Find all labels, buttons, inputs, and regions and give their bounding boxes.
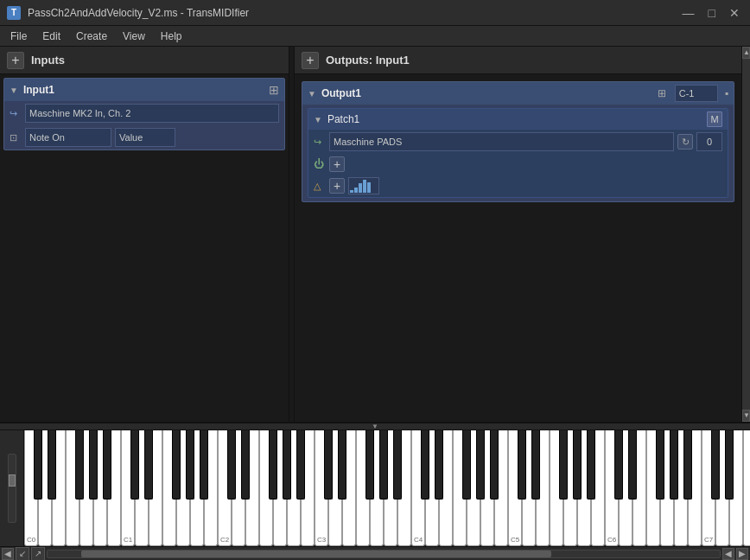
- black-key-oct0-3[interactable]: [48, 430, 56, 500]
- scroll-left-arrow[interactable]: ◀: [2, 548, 14, 560]
- black-key-oct2-1[interactable]: [227, 430, 236, 500]
- midi-device-select[interactable]: Maschine MK2 In, Ch. 2: [25, 104, 279, 123]
- patch1-collapse-arrow[interactable]: ▼: [314, 115, 322, 124]
- black-key-oct0-1[interactable]: [34, 430, 42, 500]
- input1-block: ▼ Input1 ⊞ ↪ Maschine MK2 In, Ch. 2 ⊡ No…: [3, 78, 285, 150]
- transport-btn-1[interactable]: ↙: [16, 547, 29, 561]
- scroll-right-controls: ◀ ▶: [722, 548, 748, 560]
- black-key-oct3-3[interactable]: [338, 430, 346, 500]
- black-key-oct4-1[interactable]: [421, 430, 429, 500]
- black-key-oct0-6[interactable]: [75, 430, 84, 500]
- black-key-oct3-6[interactable]: [365, 430, 374, 500]
- patch1-block: ▼ Patch1 M ↪ Maschine PADS Maschine MK2 …: [308, 108, 728, 198]
- black-key-oct0-8[interactable]: [89, 430, 98, 500]
- add-input-button[interactable]: +: [7, 52, 24, 69]
- pitch-slider[interactable]: [8, 454, 16, 523]
- black-key-oct6-3[interactable]: [628, 430, 637, 500]
- black-key-oct3-8[interactable]: [379, 430, 388, 500]
- menu-file[interactable]: File: [3, 29, 34, 44]
- piano-container: C0C1C2C3C4C5C6C7: [0, 430, 750, 546]
- scroll-right-arrow2[interactable]: ▶: [736, 548, 748, 560]
- black-key-oct4-8[interactable]: [476, 430, 485, 500]
- black-key-oct3-1[interactable]: [324, 430, 333, 500]
- black-key-oct7-1[interactable]: [711, 430, 720, 500]
- chart-bar-1: [350, 190, 353, 193]
- black-key-oct6-6[interactable]: [656, 430, 664, 500]
- black-key-oct2-10[interactable]: [296, 430, 305, 500]
- close-button[interactable]: ✕: [726, 7, 743, 19]
- black-key-oct1-6[interactable]: [172, 430, 181, 500]
- output1-header: ▼ Output1 ⊞ C-1 C0 C1 ▪: [302, 82, 734, 105]
- black-key-oct1-10[interactable]: [200, 430, 208, 500]
- output1-title: Output1: [321, 87, 484, 99]
- black-key-oct5-1[interactable]: [518, 430, 526, 500]
- black-key-oct5-6[interactable]: [559, 430, 568, 500]
- octave-6: C6: [605, 430, 702, 546]
- input1-filter-row: ⊡ Note On Note Off CC Pitch Bend Value V…: [4, 125, 284, 150]
- chart-bar-4: [363, 180, 366, 193]
- menu-view[interactable]: View: [116, 29, 152, 44]
- black-key-oct4-3[interactable]: [435, 430, 443, 500]
- note-on-filter-select[interactable]: Note On Note Off CC Pitch Bend: [25, 128, 111, 147]
- minimize-button[interactable]: —: [679, 7, 698, 19]
- black-key-oct3-10[interactable]: [393, 430, 402, 500]
- output1-collapse-arrow[interactable]: ▼: [308, 89, 316, 99]
- refresh-button[interactable]: ↻: [677, 134, 693, 150]
- outputs-header: + Outputs: Input1: [295, 47, 741, 74]
- black-key-oct2-3[interactable]: [241, 430, 250, 500]
- black-key-oct0-10[interactable]: [103, 430, 111, 500]
- add-mapping-button[interactable]: +: [329, 156, 345, 172]
- mini-chart[interactable]: [348, 177, 379, 194]
- octave-0: C0: [24, 430, 121, 546]
- output1-extra-icon: ▪: [725, 87, 728, 99]
- output-device-icon: ↪: [314, 137, 326, 148]
- black-key-oct6-8[interactable]: [670, 430, 678, 500]
- value-input[interactable]: [696, 132, 722, 151]
- black-key-oct4-10[interactable]: [490, 430, 499, 500]
- input1-device-row: ↪ Maschine MK2 In, Ch. 2: [4, 101, 284, 125]
- menu-edit[interactable]: Edit: [35, 29, 67, 44]
- menu-create[interactable]: Create: [69, 29, 114, 44]
- menu-bar: File Edit Create View Help: [0, 26, 750, 47]
- black-key-oct5-10[interactable]: [587, 430, 595, 500]
- black-key-oct1-8[interactable]: [186, 430, 194, 500]
- octave-1: C1: [121, 430, 218, 546]
- input1-collapse-arrow[interactable]: ▼: [10, 86, 18, 95]
- value-select[interactable]: Value Velocity Channel: [115, 128, 175, 147]
- black-key-oct7-3[interactable]: [725, 430, 734, 500]
- black-key-oct5-8[interactable]: [573, 430, 582, 500]
- black-key-oct1-1[interactable]: [130, 430, 139, 500]
- octave-4: C4: [411, 430, 508, 546]
- menu-help[interactable]: Help: [154, 29, 189, 44]
- mute-button[interactable]: M: [707, 111, 722, 127]
- black-key-oct2-6[interactable]: [269, 430, 277, 500]
- transport-btn-2[interactable]: ↗: [31, 547, 45, 561]
- title-bar-controls: — □ ✕: [679, 7, 743, 19]
- scroll-up-arrow[interactable]: ▲: [742, 47, 750, 59]
- scroll-right-arrow[interactable]: ◀: [722, 548, 734, 560]
- black-key-oct6-1[interactable]: [614, 430, 623, 500]
- main-scroll-track: [47, 550, 721, 558]
- outputs-scrollbar: ▲ ▼: [741, 47, 750, 422]
- window-title: PassCh2AndAddVelocity_V2.ms - TransMIDIf…: [28, 7, 249, 19]
- black-key-oct4-6[interactable]: [462, 430, 471, 500]
- black-key-oct1-3[interactable]: [144, 430, 153, 500]
- black-key-oct6-10[interactable]: [683, 430, 692, 500]
- scroll-down-arrow[interactable]: ▼: [742, 410, 750, 422]
- patch1-device-row: ↪ Maschine PADS Maschine MK2 Out IAC Dri…: [308, 130, 728, 154]
- main-area: + Inputs ▼ Input1 ⊞ ↪ Maschine MK2 In, C…: [0, 47, 750, 422]
- octave-3: C3: [315, 430, 411, 546]
- inputs-title: Inputs: [31, 54, 65, 67]
- input1-title: Input1: [23, 84, 264, 96]
- black-key-oct5-3[interactable]: [531, 430, 540, 500]
- maximize-button[interactable]: □: [705, 7, 719, 19]
- white-key-oct7-3[interactable]: [743, 430, 750, 546]
- bottom-area: ▼ C0C1C2C3C4C5C6C7 ◀ ↙ ↗ ◀: [0, 422, 750, 560]
- piano-scroll-indicator: ▼: [0, 423, 750, 430]
- add-output-button[interactable]: +: [302, 52, 319, 69]
- add-transform-button[interactable]: +: [329, 178, 345, 194]
- pitch-slider-thumb: [9, 474, 16, 487]
- black-key-oct2-8[interactable]: [283, 430, 291, 500]
- channel-select[interactable]: C-1 C0 C1: [675, 85, 718, 102]
- output-device-select[interactable]: Maschine PADS Maschine MK2 Out IAC Drive…: [329, 132, 674, 151]
